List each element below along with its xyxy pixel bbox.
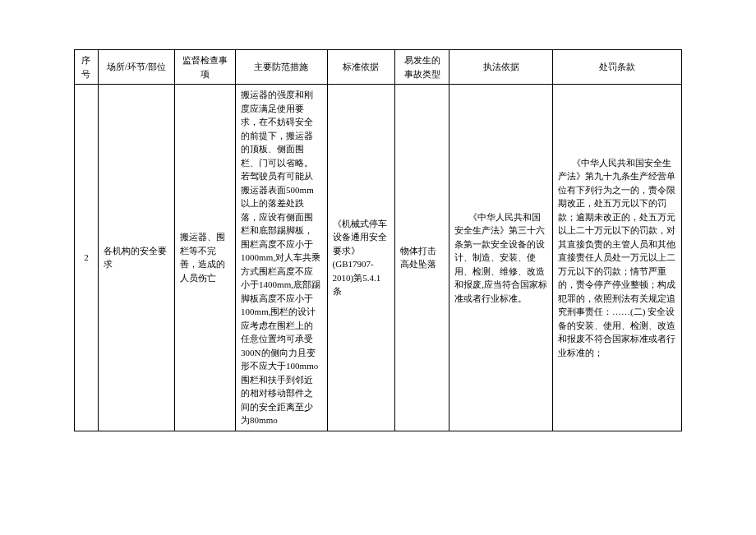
table-row: 2 各机构的安全要求 搬运器、围栏等不完善，造成的人员伤亡 搬运器的强度和刚度应…: [75, 85, 682, 431]
safety-table: 序号 场所/环节/部位 监督检查事项 主要防范措施 标准依据 易发生的事故类型 …: [74, 49, 682, 431]
header-law: 执法依据: [449, 50, 553, 85]
cell-basis: 《机械式停车设备通用安全要求》(GB17907-2010)第5.4.1条: [327, 85, 395, 431]
cell-penalty: 《中华人民共和国安全生产法》第九十九条生产经营单位有下列行为之一的，责令限期改正…: [553, 85, 682, 431]
cell-accident: 物体打击高处坠落: [395, 85, 449, 431]
header-measures: 主要防范措施: [236, 50, 327, 85]
header-place: 场所/环节/部位: [98, 50, 174, 85]
cell-seq: 2: [75, 85, 99, 431]
cell-measures: 搬运器的强度和刚度应满足使用要求，在不妨碍安全的前提下，搬运器的顶板、侧面围栏、…: [236, 85, 327, 431]
header-accident: 易发生的事故类型: [395, 50, 449, 85]
header-basis: 标准依据: [327, 50, 395, 85]
header-row: 序号 场所/环节/部位 监督检查事项 主要防范措施 标准依据 易发生的事故类型 …: [75, 50, 682, 85]
penalty-text: 《中华人民共和国安全生产法》第九十九条生产经营单位有下列行为之一的，责令限期改正…: [558, 156, 676, 360]
cell-law: 《中华人民共和国安全生产法》第三十六条第一款安全设备的设计、制造、安装、使用、检…: [449, 85, 553, 431]
header-inspect: 监督检查事项: [174, 50, 235, 85]
header-penalty: 处罚条款: [553, 50, 682, 85]
cell-place: 各机构的安全要求: [98, 85, 174, 431]
law-text: 《中华人民共和国安全生产法》第三十六条第一款安全设备的设计、制造、安装、使用、检…: [454, 210, 547, 306]
cell-inspect: 搬运器、围栏等不完善，造成的人员伤亡: [174, 85, 235, 431]
header-seq: 序号: [75, 50, 99, 85]
